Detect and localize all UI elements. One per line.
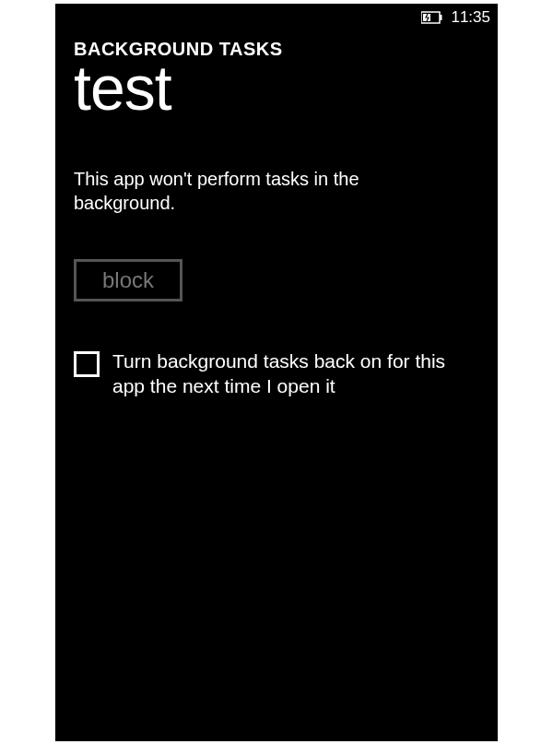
content-area: BACKGROUND TASKS test This app won't per…	[55, 31, 498, 399]
background-description: This app won't perform tasks in the back…	[74, 167, 442, 215]
reenable-checkbox-row[interactable]: Turn background tasks back on for this a…	[74, 349, 479, 399]
reenable-checkbox-label: Turn background tasks back on for this a…	[112, 349, 453, 399]
battery-charging-icon	[421, 11, 443, 24]
reenable-checkbox[interactable]	[74, 351, 100, 377]
block-button[interactable]: block	[74, 259, 182, 301]
status-time: 11:35	[451, 8, 490, 27]
svg-rect-1	[440, 15, 442, 20]
phone-screen: 11:35 BACKGROUND TASKS test This app won…	[55, 4, 498, 741]
page-title: test	[74, 56, 479, 119]
status-bar: 11:35	[55, 4, 498, 31]
